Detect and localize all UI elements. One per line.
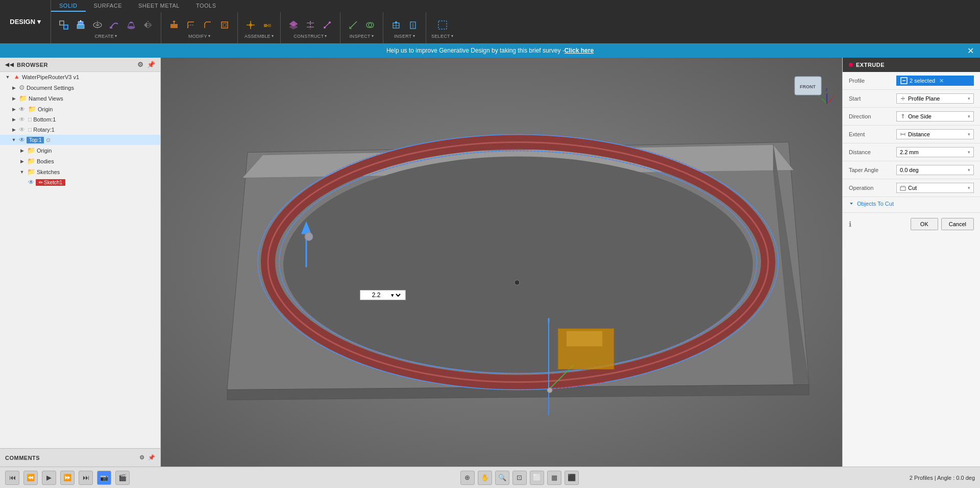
ok-button[interactable]: OK bbox=[911, 218, 938, 230]
fillet-icon[interactable] bbox=[183, 17, 199, 33]
tree-doc-settings[interactable]: ▶ ⚙ Document Settings bbox=[0, 82, 160, 93]
timeline-record-btn[interactable]: 🎬 bbox=[115, 471, 130, 485]
interference-icon[interactable] bbox=[362, 17, 378, 33]
loft-icon[interactable] bbox=[124, 17, 139, 33]
construct-label[interactable]: CONSTRUCT▾ bbox=[293, 34, 327, 39]
display-icon[interactable]: ⬛ bbox=[565, 471, 579, 485]
tree-arrow-origin[interactable]: ▶ bbox=[10, 106, 17, 113]
press-pull-icon[interactable] bbox=[166, 17, 182, 33]
timeline-prev-btn[interactable]: ⏪ bbox=[23, 471, 38, 485]
tree-label-top-origin: Origin bbox=[37, 148, 156, 154]
profile-label: Profile bbox=[849, 78, 892, 84]
tree-root[interactable]: ▼ 🔺 WaterPipeRouterV3 v1 bbox=[0, 72, 160, 82]
tree-label-origin: Origin bbox=[38, 106, 156, 112]
tree-arrow-bottom[interactable]: ▶ bbox=[10, 116, 17, 123]
insert-svg-icon[interactable] bbox=[405, 17, 421, 33]
tree-arrow-top[interactable]: ▼ bbox=[10, 136, 17, 143]
tree-bodies[interactable]: ▶ 📁 Bodies bbox=[0, 156, 160, 166]
comments-pin-icon[interactable]: 📌 bbox=[148, 454, 156, 461]
survey-close-icon[interactable]: ✕ bbox=[967, 46, 974, 56]
insert-mesh-icon[interactable] bbox=[388, 17, 404, 33]
profile-clear-icon[interactable]: ✕ bbox=[939, 78, 944, 84]
status-text: 2 Profiles | Angle : 0.0 deg bbox=[910, 475, 975, 481]
taper-select[interactable]: 0.0 deg ▾ bbox=[896, 165, 974, 175]
distance-input-field[interactable]: 2.2 bbox=[363, 291, 389, 299]
cancel-button[interactable]: Cancel bbox=[941, 218, 974, 230]
viewport[interactable]: 2.2 ▾ bbox=[161, 58, 842, 467]
offset-plane-icon[interactable] bbox=[286, 17, 301, 33]
distance-select[interactable]: 2.2 mm ▾ bbox=[896, 147, 974, 157]
motion-icon[interactable] bbox=[260, 17, 275, 33]
taper-value: 0.0 deg bbox=[900, 167, 919, 173]
timeline-camera-btn[interactable]: 📷 bbox=[97, 471, 111, 485]
tab-solid[interactable]: SOLID bbox=[51, 1, 86, 12]
tab-sheet-metal[interactable]: SHEET METAL bbox=[130, 1, 188, 12]
timeline-next-btn[interactable]: ⏩ bbox=[60, 471, 75, 485]
mirror-icon[interactable] bbox=[140, 17, 156, 33]
sweep-icon[interactable] bbox=[107, 17, 122, 33]
tab-surface[interactable]: SURFACE bbox=[86, 1, 130, 12]
viewcube[interactable]: X Y Z FRONT bbox=[794, 65, 835, 106]
timeline-start-btn[interactable]: ⏮ bbox=[5, 471, 19, 485]
tree-named-views[interactable]: ▶ 📁 Named Views bbox=[0, 93, 160, 104]
tab-tools[interactable]: TOOLS bbox=[188, 1, 225, 12]
distance-unit-select[interactable]: ▾ bbox=[389, 291, 402, 299]
timeline-play-btn[interactable]: ▶ bbox=[42, 471, 56, 485]
tree-arrow-views[interactable]: ▶ bbox=[10, 95, 17, 102]
view-mode-icon[interactable]: ⬜ bbox=[530, 471, 544, 485]
tree-sketch1[interactable]: 👁 ✏ Sketch1 bbox=[0, 177, 160, 187]
tree-sketches[interactable]: ▼ 📁 Sketches bbox=[0, 166, 160, 177]
direction-select[interactable]: One Side ▾ bbox=[896, 111, 974, 121]
profile-badge[interactable]: 2 selected ✕ bbox=[896, 76, 974, 86]
tree-arrow-root[interactable]: ▼ bbox=[4, 74, 11, 81]
zoom-icon[interactable]: 🔍 bbox=[495, 471, 509, 485]
new-component-icon[interactable] bbox=[56, 17, 71, 33]
tree-origin[interactable]: ▶ 👁 📁 Origin bbox=[0, 104, 160, 114]
viewport-canvas[interactable]: 2.2 ▾ bbox=[161, 58, 842, 467]
create-label[interactable]: CREATE▾ bbox=[95, 34, 117, 39]
tree-label-sketches: Sketches bbox=[37, 169, 156, 175]
start-select[interactable]: Profile Plane ▾ bbox=[896, 93, 974, 104]
svg-line-66 bbox=[827, 99, 832, 104]
tree-bottom[interactable]: ▶ 👁 □ Bottom:1 bbox=[0, 114, 160, 125]
tree-arrow-doc[interactable]: ▶ bbox=[10, 84, 17, 91]
orbit-icon[interactable]: ⊕ bbox=[460, 471, 475, 485]
grid-icon[interactable]: ▦ bbox=[547, 471, 561, 485]
extent-select[interactable]: Distance ▾ bbox=[896, 129, 974, 139]
select-icon[interactable] bbox=[435, 17, 450, 33]
midplane-icon[interactable] bbox=[303, 17, 318, 33]
pan-icon[interactable]: ✋ bbox=[478, 471, 492, 485]
objects-to-cut-row[interactable]: Objects To Cut bbox=[843, 197, 980, 210]
inspect-label[interactable]: INSPECT▾ bbox=[350, 34, 374, 39]
tree-arrow-rotary[interactable]: ▶ bbox=[10, 126, 17, 133]
assemble-label[interactable]: ASSEMBLE▾ bbox=[244, 34, 274, 39]
joint-icon[interactable] bbox=[243, 17, 258, 33]
tree-arrow-top-origin[interactable]: ▶ bbox=[18, 147, 26, 154]
shell-icon[interactable] bbox=[217, 17, 232, 33]
measure-icon[interactable] bbox=[346, 17, 361, 33]
modify-label[interactable]: MODIFY▾ bbox=[188, 34, 210, 39]
zoom-fit-icon[interactable]: ⊡ bbox=[512, 471, 527, 485]
tree-top[interactable]: ▼ 👁 Top:1 ⊙ bbox=[0, 135, 160, 145]
comments-settings-icon[interactable]: ⚙ bbox=[139, 454, 145, 461]
select-label[interactable]: SELECT▾ bbox=[431, 34, 453, 39]
axis-icon[interactable] bbox=[320, 17, 335, 33]
tree-top-origin[interactable]: ▶ 📁 Origin bbox=[0, 145, 160, 156]
survey-link[interactable]: Click here bbox=[565, 47, 594, 54]
extent-icon bbox=[900, 131, 906, 137]
chamfer-icon[interactable] bbox=[200, 17, 215, 33]
browser-pin-icon[interactable]: 📌 bbox=[147, 61, 156, 68]
timeline-end-btn[interactable]: ⏭ bbox=[79, 471, 93, 485]
operation-select[interactable]: Cut ▾ bbox=[896, 183, 974, 193]
tree-arrow-sketches[interactable]: ▼ bbox=[18, 168, 26, 176]
tree-rotary[interactable]: ▶ 👁 □ Rotary:1 bbox=[0, 125, 160, 135]
distance-input-overlay[interactable]: 2.2 ▾ bbox=[360, 290, 406, 300]
insert-label[interactable]: INSERT▾ bbox=[394, 34, 415, 39]
browser-collapse-icon[interactable]: ◀◀ bbox=[5, 62, 14, 67]
revolve-icon[interactable] bbox=[90, 17, 105, 33]
taper-chevron-icon: ▾ bbox=[968, 167, 970, 173]
extrude-icon[interactable] bbox=[73, 17, 88, 33]
browser-settings-icon[interactable]: ⚙ bbox=[137, 61, 144, 68]
design-button[interactable]: DESIGN ▾ bbox=[0, 0, 51, 43]
tree-arrow-bodies[interactable]: ▶ bbox=[18, 158, 26, 165]
